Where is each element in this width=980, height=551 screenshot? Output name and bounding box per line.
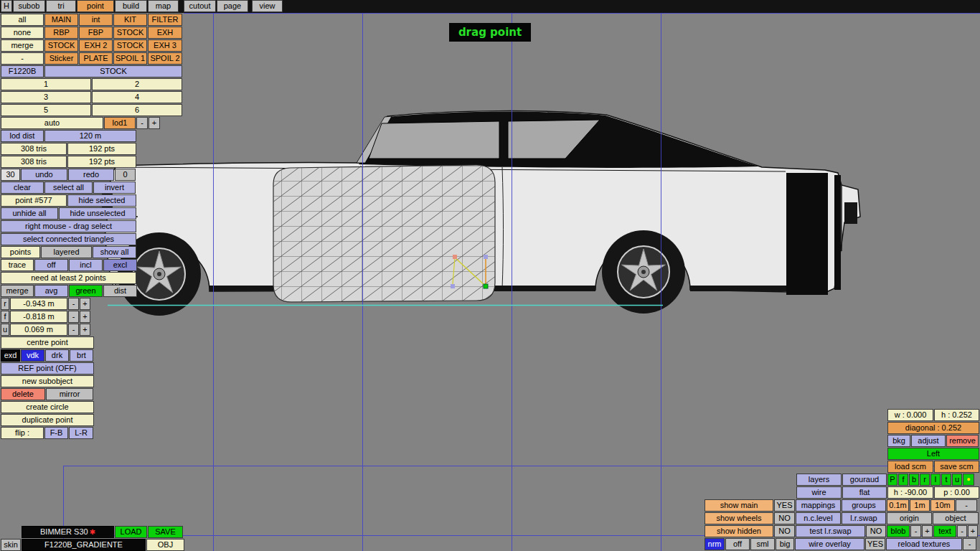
brt-button[interactable]: brt xyxy=(70,349,93,362)
lod-dist-button[interactable]: lod dist xyxy=(1,130,44,142)
toggle-l-button[interactable]: l xyxy=(930,474,941,486)
show-main-button[interactable]: show main xyxy=(705,499,773,512)
merge-button[interactable]: merge xyxy=(1,285,34,297)
invert-button[interactable]: invert xyxy=(93,182,136,194)
mirror-button[interactable]: mirror xyxy=(46,388,93,400)
selected-mesh[interactable] xyxy=(273,165,495,302)
reload-minus-button[interactable]: - xyxy=(963,538,976,550)
origin-button[interactable]: origin xyxy=(887,512,932,524)
hide-unselected-button[interactable]: hide unselected xyxy=(59,207,136,220)
f-coordinate-value[interactable]: -0.818 m xyxy=(10,311,67,323)
blob-plus-button[interactable]: + xyxy=(922,525,933,537)
grid-minus-button[interactable]: - xyxy=(956,499,977,512)
test-l-r-swap-button[interactable]: test l.r.swap xyxy=(796,525,865,537)
grid-10m-button[interactable]: 10m xyxy=(930,499,955,512)
show-all-button[interactable]: show all xyxy=(93,246,136,258)
wire-button[interactable]: wire xyxy=(796,486,842,499)
lod-plus-button[interactable]: + xyxy=(149,117,160,129)
kit-button[interactable]: KIT xyxy=(113,14,147,26)
toggle-r-button[interactable]: r xyxy=(920,474,930,486)
r-minus-button[interactable]: - xyxy=(68,298,79,310)
model-code-button[interactable]: F1220B xyxy=(1,65,44,77)
subob-button[interactable]: subob xyxy=(13,0,45,12)
save-scm-button[interactable]: save scm xyxy=(934,461,979,473)
new-subobject-button[interactable]: new subobject xyxy=(1,375,94,387)
duplicate-point-button[interactable]: duplicate point xyxy=(1,414,94,426)
text-button[interactable]: text xyxy=(933,525,956,537)
slot-6-button[interactable]: 6 xyxy=(92,104,182,116)
none-button[interactable]: none xyxy=(1,27,44,39)
flip-front-back-button[interactable]: F-B xyxy=(44,427,68,439)
page-button[interactable]: page xyxy=(217,0,248,12)
toggle-b-button[interactable]: b xyxy=(909,474,919,486)
exh-2-button[interactable]: EXH 2 xyxy=(79,39,113,52)
slot-4-button[interactable]: 4 xyxy=(92,91,182,103)
big-button[interactable]: big xyxy=(776,538,794,550)
gouraud-button[interactable]: gouraud xyxy=(842,474,887,486)
r-coordinate-value[interactable]: -0.943 m xyxy=(10,298,67,310)
text-plus-button[interactable]: + xyxy=(968,525,978,537)
layered-button[interactable]: layered xyxy=(41,246,92,258)
toggle-t-button[interactable]: t xyxy=(941,474,951,486)
build-button[interactable]: build xyxy=(115,0,147,12)
sticker-button[interactable]: Sticker xyxy=(44,52,78,65)
tri-button[interactable]: tri xyxy=(46,0,76,12)
undo-button[interactable]: undo xyxy=(21,169,67,181)
skin-name-field[interactable]: F1220B_GRADIENTE xyxy=(22,539,146,551)
grid-1m-button[interactable]: 1m xyxy=(910,499,930,512)
lod1-button[interactable]: lod1 xyxy=(104,117,136,129)
u-plus-button[interactable]: + xyxy=(80,324,90,336)
dist-button[interactable]: dist xyxy=(103,285,137,297)
drk-button[interactable]: drk xyxy=(45,349,69,362)
blob-button[interactable]: blob xyxy=(887,525,910,537)
remove-button[interactable]: remove xyxy=(946,435,979,447)
show-main-state-button[interactable]: YES xyxy=(774,499,795,512)
ref-point-toggle[interactable]: REF point (OFF) xyxy=(1,362,94,375)
object-button[interactable]: object xyxy=(933,512,979,524)
filter-button[interactable]: FILTER xyxy=(148,14,182,26)
slot-2-button[interactable]: 2 xyxy=(92,78,182,90)
stock-button[interactable]: STOCK xyxy=(44,39,78,52)
save-button[interactable]: SAVE xyxy=(148,526,183,538)
load-button[interactable]: LOAD xyxy=(115,526,147,538)
text-minus-button[interactable]: - xyxy=(957,525,967,537)
bkg-button[interactable]: bkg xyxy=(887,435,910,447)
test-lr-swap-state-button[interactable]: NO xyxy=(866,525,886,537)
merge-button[interactable]: merge xyxy=(1,39,44,52)
avg-button[interactable]: avg xyxy=(34,285,68,297)
select-all-button[interactable]: select all xyxy=(44,182,93,194)
redo-button[interactable]: redo xyxy=(68,169,114,181)
u-minus-button[interactable]: - xyxy=(68,324,79,336)
wire-overlay-button[interactable]: wire overlay xyxy=(795,538,864,550)
nrm-selected-button[interactable]: nrm xyxy=(705,538,725,550)
groups-button[interactable]: groups xyxy=(842,499,886,512)
slot-1-button[interactable]: 1 xyxy=(1,78,91,90)
toggle-f-button[interactable]: f xyxy=(898,474,908,486)
off-button[interactable]: off xyxy=(34,259,68,271)
spoil-1-button[interactable]: SPOIL 1 xyxy=(113,52,147,65)
toggle-u-button[interactable]: u xyxy=(952,474,962,486)
exh-button[interactable]: EXH xyxy=(148,27,182,39)
show-wheels-button[interactable]: show wheels xyxy=(705,512,773,524)
reload-textures-button[interactable]: reload textures xyxy=(886,538,962,550)
stock-button[interactable]: STOCK xyxy=(113,39,147,52)
clear-button[interactable]: clear xyxy=(1,182,44,194)
show-hidden-state-button[interactable]: NO xyxy=(774,525,795,537)
rbp-button[interactable]: RBP xyxy=(44,27,78,39)
layers-button[interactable]: layers xyxy=(796,474,842,486)
adjust-button[interactable]: adjust xyxy=(911,435,946,447)
f-plus-button[interactable]: + xyxy=(80,311,90,323)
select-connected-triangles-button[interactable]: select connected triangles xyxy=(1,233,136,245)
main-button[interactable]: MAIN xyxy=(44,14,78,26)
n-c-level-button[interactable]: n.c.level xyxy=(796,512,841,524)
delete-button[interactable]: delete xyxy=(1,388,45,400)
cutout-button[interactable]: cutout xyxy=(184,0,216,12)
show-wheels-state-button[interactable]: NO xyxy=(774,512,795,524)
load-scm-button[interactable]: load scm xyxy=(887,461,933,473)
slot-5-button[interactable]: 5 xyxy=(1,104,91,116)
show-hidden-button[interactable]: show hidden xyxy=(705,525,773,537)
flat-button[interactable]: flat xyxy=(842,486,887,499)
grid-0-1m-button[interactable]: 0.1m xyxy=(887,499,909,512)
lod-minus-button[interactable]: - xyxy=(136,117,148,129)
lod-distance-value[interactable]: 120 m xyxy=(44,130,136,142)
